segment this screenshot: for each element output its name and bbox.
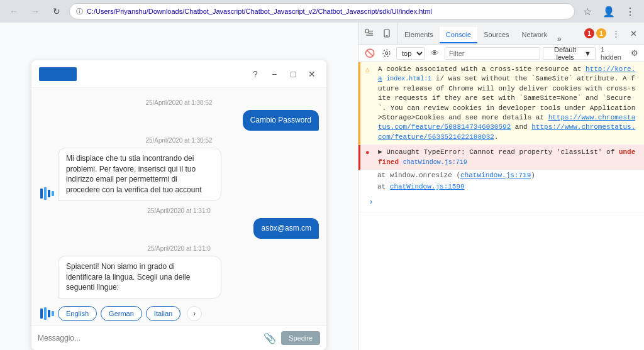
device-toolbar-button[interactable] bbox=[379, 25, 395, 41]
chat-close-button[interactable]: ✕ bbox=[305, 67, 319, 81]
browser-window: ← → ↻ ⓘ C:/Users/Priyanshu/Downloads/Cha… bbox=[0, 0, 644, 350]
msg-timestamp-1: 25/April/2020 at 1:30:52 bbox=[39, 99, 319, 106]
svg-rect-0 bbox=[40, 189, 43, 199]
chat-input-area: 📎 Spedire bbox=[31, 325, 326, 350]
console-error-msg: ● ► Uncaught TypeError: Cannot read prop… bbox=[358, 145, 644, 170]
back-button[interactable]: ← bbox=[5, 3, 23, 20]
chat-widget: ? − □ ✕ 25/April/2020 at 1:30:52 Cambio … bbox=[31, 60, 326, 350]
devtools-more-button[interactable]: ⋮ bbox=[608, 25, 624, 41]
console-expand-row[interactable]: › bbox=[358, 193, 644, 212]
console-eye-button[interactable]: 👁 bbox=[428, 45, 442, 62]
console-filter-input[interactable] bbox=[445, 47, 540, 60]
main-content: ? − □ ✕ 25/April/2020 at 1:30:52 Cambio … bbox=[0, 23, 644, 350]
bot-bubble-2-container: Spiacenti! Non siamo in grado di identif… bbox=[58, 256, 221, 321]
console-settings-icon[interactable] bbox=[379, 45, 394, 62]
levels-chevron-icon: ▼ bbox=[584, 50, 591, 57]
console-toolbar: 🚫 top 👁 Default levels ▼ 1 hidden bbox=[358, 45, 644, 62]
german-button[interactable]: German bbox=[101, 306, 142, 321]
devtools-close-button[interactable]: ✕ bbox=[625, 25, 641, 41]
attach-icon[interactable]: 📎 bbox=[264, 332, 276, 344]
default-levels-button[interactable]: Default levels ▼ bbox=[543, 47, 596, 60]
chat-logo bbox=[39, 67, 77, 81]
devtools-panel-icons bbox=[358, 23, 398, 44]
devtools-tabs-row: Elements Console Sources Network » bbox=[398, 23, 579, 43]
bot-avatar-1 bbox=[39, 186, 54, 201]
bookmark-button[interactable]: ☆ bbox=[579, 3, 596, 20]
send-button[interactable]: Spedire bbox=[281, 331, 320, 345]
svg-point-14 bbox=[386, 52, 388, 55]
msg-timestamp-3: 25/April/2020 at 1:31:0 bbox=[39, 207, 319, 214]
bot-bubble-2: Spiacenti! Non siamo in grado di identif… bbox=[58, 256, 221, 298]
expand-arrow[interactable]: › bbox=[364, 195, 379, 209]
reload-button[interactable]: ↻ bbox=[48, 3, 65, 20]
chat-minimize-button[interactable]: − bbox=[267, 67, 281, 81]
svg-rect-2 bbox=[48, 190, 50, 197]
inspect-element-button[interactable] bbox=[361, 25, 377, 41]
svg-rect-6 bbox=[48, 310, 50, 317]
tab-sources[interactable]: Sources bbox=[477, 27, 515, 43]
error-detail-link-1[interactable]: chatWindow.js:719 bbox=[460, 172, 531, 179]
chat-message-input[interactable] bbox=[38, 334, 258, 342]
error-detail-2: at chatWindow.js:1599 bbox=[358, 182, 644, 193]
address-bar[interactable]: ⓘ C:/Users/Priyanshu/Downloads/Chatbot_J… bbox=[69, 3, 575, 19]
chat-window-area: ? − □ ✕ 25/April/2020 at 1:30:52 Cambio … bbox=[0, 23, 358, 350]
bot-message-1: Mi dispiace che tu stia incontrando dei … bbox=[39, 148, 319, 201]
security-icon: ⓘ bbox=[76, 7, 83, 16]
error-detail-1: at window.onresize (chatWindow.js:719) bbox=[358, 170, 644, 182]
console-gear-button[interactable]: ⚙ bbox=[629, 47, 640, 60]
msg-timestamp-4: 25/April/2020 at 1:31:0 bbox=[39, 245, 319, 252]
english-button[interactable]: English bbox=[58, 306, 97, 321]
error-icon: ● bbox=[365, 148, 374, 158]
error-detail-link-2[interactable]: chatWindow.js:1599 bbox=[390, 183, 465, 190]
bot-message-2: Spiacenti! Non siamo in grado di identif… bbox=[39, 256, 319, 321]
user-message-2: asbx@asm.cm bbox=[39, 218, 319, 239]
italian-button[interactable]: Italian bbox=[146, 306, 180, 321]
svg-rect-7 bbox=[52, 311, 54, 316]
clear-console-button[interactable]: 🚫 bbox=[362, 45, 377, 62]
console-warning-msg: △ A cookie associated with a cross-site … bbox=[358, 62, 644, 145]
error-badge-area: 1 1 bbox=[584, 28, 606, 38]
default-levels-label: Default levels bbox=[547, 46, 583, 61]
scroll-right-button[interactable]: › bbox=[187, 306, 202, 321]
bot-avatar-2 bbox=[39, 306, 54, 321]
forward-button[interactable]: → bbox=[26, 3, 44, 20]
warning-text: A cookie associated with a cross-site re… bbox=[378, 65, 639, 142]
devtools-actions: 1 1 ⋮ ✕ bbox=[579, 25, 644, 41]
chat-messages: 25/April/2020 at 1:30:52 Cambio Password… bbox=[31, 88, 326, 325]
svg-rect-4 bbox=[40, 309, 43, 319]
tab-console[interactable]: Console bbox=[440, 27, 477, 43]
warning-count-badge: 1 bbox=[596, 28, 606, 38]
browser-addressbar: ← → ↻ ⓘ C:/Users/Priyanshu/Downloads/Cha… bbox=[0, 0, 644, 23]
svg-point-15 bbox=[383, 50, 390, 57]
menu-button[interactable]: ⋮ bbox=[621, 3, 639, 20]
more-tabs-button[interactable]: » bbox=[553, 35, 565, 43]
console-content: △ A cookie associated with a cross-site … bbox=[358, 62, 644, 350]
language-buttons: English German Italian › bbox=[58, 306, 221, 321]
user-message-1: Cambio Password bbox=[39, 110, 319, 131]
warning-icon: △ bbox=[365, 65, 374, 75]
bot-bubble-1: Mi dispiace che tu stia incontrando dei … bbox=[58, 148, 221, 201]
tab-elements[interactable]: Elements bbox=[398, 27, 440, 43]
address-text: C:/Users/Priyanshu/Downloads/Chatbot_Jav… bbox=[87, 8, 568, 15]
context-select[interactable]: top bbox=[396, 47, 425, 60]
devtools-top-bar: Elements Console Sources Network » 1 1 ⋮… bbox=[358, 23, 644, 45]
error-count-badge: 1 bbox=[584, 28, 594, 38]
profile-button[interactable]: 👤 bbox=[600, 3, 618, 20]
error-source[interactable]: chatWindow.js:719 bbox=[403, 159, 467, 166]
chat-empty-space bbox=[0, 23, 358, 60]
chat-help-button[interactable]: ? bbox=[248, 67, 262, 81]
svg-rect-1 bbox=[44, 187, 47, 200]
user-bubble-1: Cambio Password bbox=[243, 110, 319, 131]
chat-header-actions: ? − □ ✕ bbox=[248, 67, 319, 81]
tab-network[interactable]: Network bbox=[516, 27, 553, 43]
chat-maximize-button[interactable]: □ bbox=[286, 67, 300, 81]
user-bubble-2: asbx@asm.cm bbox=[253, 218, 319, 239]
devtools-panel: Elements Console Sources Network » 1 1 ⋮… bbox=[358, 23, 644, 350]
warning-source[interactable]: index.html:1 bbox=[386, 75, 431, 82]
hidden-count: 1 hidden bbox=[598, 46, 626, 61]
msg-timestamp-2: 25/April/2020 at 1:30:52 bbox=[39, 137, 319, 144]
svg-rect-5 bbox=[44, 307, 47, 320]
chat-header: ? − □ ✕ bbox=[31, 60, 326, 88]
svg-rect-8 bbox=[365, 30, 369, 33]
svg-rect-3 bbox=[52, 191, 54, 196]
